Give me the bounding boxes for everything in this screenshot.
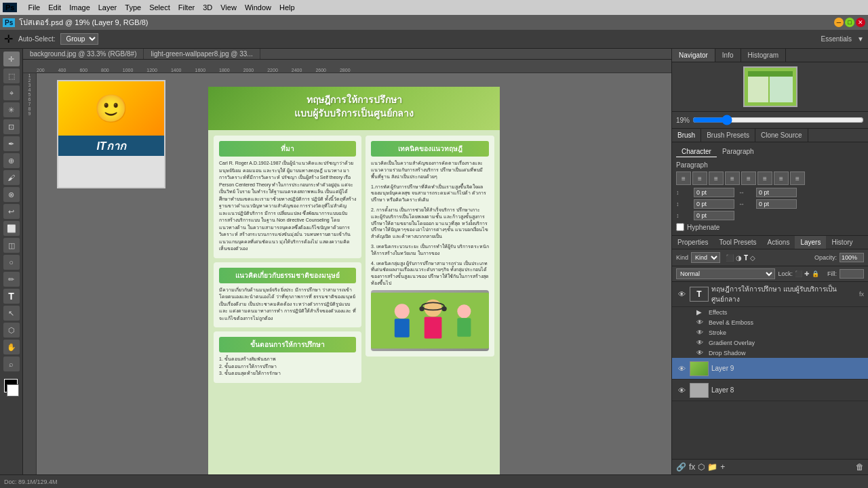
stroke-eye-icon[interactable]: 👁 <box>696 329 706 336</box>
selection-tool[interactable]: ⬚ <box>3 68 20 83</box>
brush-tool[interactable]: 🖌 <box>3 170 20 185</box>
filter-shape-icon[interactable]: ◇ <box>750 254 755 262</box>
shadow-eye-icon[interactable]: 👁 <box>696 349 706 357</box>
essentials-dropdown-icon[interactable]: ▼ <box>857 35 864 43</box>
maximize-button[interactable]: □ <box>845 18 854 27</box>
align-left-btn[interactable]: ≡ <box>676 171 691 185</box>
menu-image[interactable]: Image <box>69 3 90 12</box>
indent-right-input[interactable] <box>756 199 797 209</box>
layers-tab[interactable]: Layers <box>795 236 826 249</box>
healing-brush-tool[interactable]: ⊕ <box>3 153 20 168</box>
menu-type[interactable]: Type <box>125 3 141 12</box>
menu-bar: Ps File Edit Image Layer Type Select Fil… <box>0 0 868 15</box>
link-layers-btn[interactable]: 🔗 <box>676 462 686 472</box>
zoom-slider[interactable] <box>692 115 864 125</box>
opacity-input[interactable] <box>840 253 864 262</box>
tool-presets-tab[interactable]: Tool Presets <box>714 236 762 249</box>
eye-icon-8[interactable]: 👁 <box>676 385 687 396</box>
menu-edit[interactable]: Edit <box>48 3 61 12</box>
space-after-input[interactable] <box>756 188 797 197</box>
open-file-tab-2[interactable]: light-green-wallpaper8.jpg @ 33... <box>144 49 260 59</box>
menu-layer[interactable]: Layer <box>98 3 117 12</box>
lock-pixel-icon[interactable]: ⬛ <box>795 270 802 277</box>
menu-file[interactable]: File <box>28 3 40 12</box>
align-justify-left-btn[interactable]: ≡ <box>741 171 756 185</box>
fill-input[interactable]: 81% <box>840 269 864 279</box>
magic-wand-tool[interactable]: ✳ <box>3 102 20 117</box>
lasso-tool[interactable]: ⌖ <box>3 85 20 100</box>
menu-select[interactable]: Select <box>149 3 170 12</box>
layer-item-text[interactable]: 👁 T ทฤษฎีการให้การปรึกษา แบบผู้รับบริการ… <box>672 282 868 307</box>
align-center-btn[interactable]: ≡ <box>692 171 707 185</box>
add-mask-btn[interactable]: ⬡ <box>698 462 705 472</box>
kind-select[interactable]: Kind <box>691 252 720 263</box>
path-selection-tool[interactable]: ↖ <box>3 306 20 321</box>
indent-first-input[interactable] <box>694 211 734 220</box>
menu-help[interactable]: Help <box>279 3 295 12</box>
clone-stamp-tool[interactable]: ⊗ <box>3 187 20 202</box>
histogram-tab[interactable]: Histogram <box>741 49 787 62</box>
history-tab[interactable]: History <box>826 236 858 249</box>
properties-tab[interactable]: Properties <box>672 236 714 249</box>
menu-filter[interactable]: Filter <box>178 3 195 12</box>
history-brush-tool[interactable]: ↩ <box>3 204 20 219</box>
gradient-eye-icon[interactable]: 👁 <box>696 339 706 346</box>
background-color[interactable] <box>7 384 19 396</box>
hand-tool[interactable]: ✋ <box>3 340 20 354</box>
delete-layer-btn[interactable]: 🗑 <box>856 462 864 472</box>
hyphenate-checkbox[interactable] <box>676 223 684 231</box>
minimize-button[interactable]: ─ <box>834 18 844 27</box>
eye-icon-9[interactable]: 👁 <box>676 363 687 374</box>
navigator-tab[interactable]: Navigator <box>672 49 715 62</box>
move-tool[interactable]: ✛ <box>3 52 20 66</box>
canvas-viewport[interactable]: 🙂 ITกาก ทฤษฎีการให้การปรึกษา แบบผู้รับบร… <box>37 73 671 474</box>
filter-type-icon[interactable]: T <box>744 254 748 262</box>
align-justify-center-btn[interactable]: ≡ <box>757 171 772 185</box>
filter-pixel-icon[interactable]: ⬛ <box>726 254 734 262</box>
layer-item-9[interactable]: 👁 Layer 9 <box>672 358 868 380</box>
gradient-tool[interactable]: ◫ <box>3 238 20 253</box>
zoom-tool[interactable]: ⌕ <box>3 357 20 371</box>
open-file-tab-1[interactable]: background.jpg @ 33.3% (RGB/8#) <box>23 49 144 59</box>
info-tab[interactable]: Info <box>715 49 741 62</box>
align-justify-btn[interactable]: ≡ <box>725 171 740 185</box>
menu-view[interactable]: View <box>220 3 237 12</box>
clone-source-tab[interactable]: Clone Source <box>755 129 808 142</box>
align-justify-right-btn[interactable]: ≡ <box>774 171 789 185</box>
svg-point-8 <box>419 306 424 311</box>
pen-tool[interactable]: ✏ <box>3 272 20 287</box>
right-item-3: 3. เทคนิคกระบวนระยะ เป็นการทำให้ผู้รับ บ… <box>371 243 489 257</box>
layer-item-8[interactable]: 👁 Layer 8 <box>672 380 868 401</box>
dodge-tool[interactable]: ○ <box>3 255 20 270</box>
crop-tool[interactable]: ⊡ <box>3 119 20 134</box>
space-before-input[interactable] <box>694 188 734 197</box>
lock-all-icon[interactable]: 🔒 <box>812 270 819 277</box>
filter-adjustment-icon[interactable]: ◑ <box>736 254 742 262</box>
spacing-icon-1: ↕ <box>676 189 690 196</box>
effects-eye-icon[interactable]: ▶ <box>696 308 706 316</box>
actions-tab[interactable]: Actions <box>762 236 795 249</box>
add-style-btn[interactable]: fx <box>689 462 695 472</box>
align-justify-all-btn[interactable]: ≡ <box>790 171 805 185</box>
indent-left-input[interactable] <box>694 199 734 209</box>
navigator-area <box>672 62 868 112</box>
eyedropper-tool[interactable]: ✒ <box>3 136 20 151</box>
eraser-tool[interactable]: ⬜ <box>3 221 20 236</box>
lock-move-icon[interactable]: ✚ <box>804 270 810 277</box>
new-group-btn[interactable]: 📁 <box>707 462 717 472</box>
blend-mode-select[interactable]: Normal <box>676 268 775 279</box>
eye-icon-text[interactable]: 👁 <box>676 289 687 300</box>
brush-tab[interactable]: Brush <box>672 129 701 142</box>
new-layer-btn[interactable]: + <box>720 462 725 472</box>
brush-presets-tab[interactable]: Brush Presets <box>701 129 755 142</box>
menu-window[interactable]: Window <box>245 3 271 12</box>
bevel-eye-icon[interactable]: 👁 <box>696 319 706 326</box>
menu-3d[interactable]: 3D <box>203 3 212 12</box>
shape-tool[interactable]: ⬡ <box>3 323 20 338</box>
align-right-btn[interactable]: ≡ <box>709 171 724 185</box>
character-tab[interactable]: Character <box>676 146 717 157</box>
paragraph-tab[interactable]: Paragraph <box>717 146 760 157</box>
close-button[interactable]: ✕ <box>856 18 865 27</box>
auto-select-dropdown[interactable]: Group <box>60 33 98 45</box>
type-tool[interactable]: T <box>3 289 20 304</box>
